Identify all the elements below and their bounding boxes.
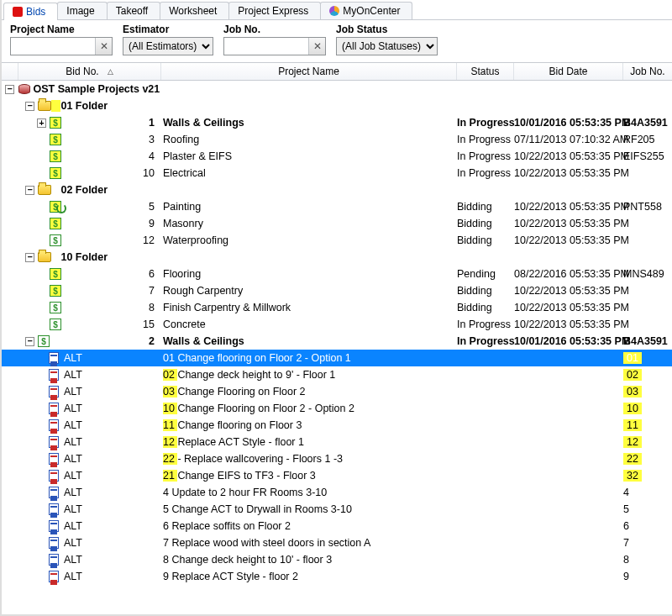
alt-row[interactable]: ALT 02 Change deck height to 9' - Floor … bbox=[2, 366, 672, 383]
folder-icon bbox=[38, 101, 51, 111]
tab-project-express[interactable]: Project Express bbox=[228, 2, 321, 19]
project-name-clear-button[interactable]: ✕ bbox=[95, 38, 112, 55]
expand-icon[interactable]: + bbox=[37, 118, 46, 128]
column-header-status[interactable]: Status bbox=[457, 63, 514, 80]
alt-doc-icon bbox=[49, 503, 59, 515]
alt-jobno: 10 bbox=[623, 403, 672, 414]
bid-no: 4 bbox=[129, 150, 161, 162]
alt-label: ALT bbox=[64, 403, 82, 414]
collapse-icon[interactable]: − bbox=[25, 337, 34, 346]
bid-status: In Progress bbox=[457, 150, 514, 162]
collapse-icon[interactable]: − bbox=[5, 85, 14, 94]
bid-row[interactable]: $ 10 Electrical In Progress 10/22/2013 0… bbox=[2, 165, 672, 182]
alt-name: 02 Change deck height to 9' - Floor 1 bbox=[161, 369, 457, 381]
alt-row[interactable]: ALT 4 Update to 2 hour FR Rooms 3-10 4 bbox=[2, 484, 672, 501]
alt-jobno: 5 bbox=[623, 503, 672, 515]
bid-no: 2 bbox=[129, 335, 161, 347]
estimator-select[interactable]: (All Estimators) bbox=[123, 37, 213, 55]
alt-doc-icon bbox=[49, 571, 59, 582]
alt-doc-icon bbox=[49, 554, 59, 566]
tab-worksheet[interactable]: Worksheet bbox=[160, 2, 229, 19]
bid-row[interactable]: $ 12 Waterproofing Bidding 10/22/2013 05… bbox=[2, 232, 672, 249]
alt-row[interactable]: ALT 21 Change EIFS to TF3 - Floor 3 32 bbox=[2, 467, 672, 484]
alt-row[interactable]: ALT 9 Replace ACT Style - floor 2 9 bbox=[2, 568, 672, 585]
folder-row[interactable]: − 02 Folder bbox=[2, 182, 672, 198]
alt-label: ALT bbox=[64, 352, 82, 364]
job-no-clear-button[interactable]: ✕ bbox=[308, 38, 325, 55]
collapse-icon[interactable]: − bbox=[25, 186, 34, 195]
bid-row[interactable]: $ 7 Rough Carpentry Bidding 10/22/2013 0… bbox=[2, 282, 672, 299]
alt-jobno: 12 bbox=[623, 436, 672, 448]
bid-row[interactable]: + $ 1 Walls & Ceilings In Progress 10/01… bbox=[2, 114, 672, 131]
folder-row[interactable]: − 01 Folder bbox=[2, 97, 672, 114]
bid-icon: $ bbox=[50, 150, 61, 162]
column-header-bid-date[interactable]: Bid Date bbox=[514, 63, 623, 80]
bid-name: Flooring bbox=[161, 268, 457, 280]
alt-label: ALT bbox=[64, 554, 82, 566]
alt-row[interactable]: ALT 8 Change deck height to 10' - floor … bbox=[2, 551, 672, 568]
column-header-jobno[interactable]: Job No. bbox=[623, 63, 672, 80]
oncenter-icon bbox=[329, 6, 339, 16]
bid-row[interactable]: $ 15 Concrete In Progress 10/22/2013 05:… bbox=[2, 316, 672, 333]
bid-name: Rough Carpentry bbox=[161, 285, 457, 297]
tab-myoncenter[interactable]: MyOnCenter bbox=[320, 2, 412, 19]
alt-doc-icon bbox=[49, 386, 59, 398]
bid-status: In Progress bbox=[457, 134, 514, 145]
alt-row[interactable]: ALT 11 Change flooring on Floor 3 11 bbox=[2, 417, 672, 434]
bid-name: Waterproofing bbox=[161, 234, 457, 246]
bid-no: 8 bbox=[129, 302, 161, 313]
bid-row[interactable]: $ 6 Flooring Pending 08/22/2016 05:53:35… bbox=[2, 266, 672, 282]
bid-row[interactable]: $ 4 Plaster & EIFS In Progress 10/22/201… bbox=[2, 148, 672, 165]
grid-header: Bid No. △ Project Name Status Bid Date J… bbox=[2, 62, 672, 81]
bid-row[interactable]: $ 5 Painting Bidding 10/22/2013 05:53:35… bbox=[2, 198, 672, 215]
root-row[interactable]: − OST Sample Projects v21 bbox=[2, 81, 672, 97]
tab-takeoff[interactable]: Takeoff bbox=[107, 2, 160, 19]
bid-row[interactable]: $ 3 Roofing In Progress 07/11/2013 07:10… bbox=[2, 131, 672, 148]
bid-name: Walls & Ceilings bbox=[161, 335, 457, 347]
project-row[interactable]: − $ 2 Walls & Ceilings In Progress 10/01… bbox=[2, 333, 672, 350]
bid-row[interactable]: $ 8 Finish Carpentry & Millwork Bidding … bbox=[2, 299, 672, 316]
folder-row[interactable]: − 10 Folder bbox=[2, 249, 672, 266]
bid-jobno: B4A3591 bbox=[623, 117, 672, 129]
alt-doc-icon bbox=[49, 403, 59, 414]
collapse-icon[interactable]: − bbox=[25, 102, 34, 111]
project-name-label: Project Name bbox=[10, 24, 113, 35]
alt-row[interactable]: ALT 12 Replace ACT Style - floor 1 12 bbox=[2, 434, 672, 450]
bid-status: In Progress bbox=[457, 117, 514, 129]
alt-label: ALT bbox=[64, 386, 82, 398]
alt-jobno: 02 bbox=[623, 369, 672, 381]
alt-label: ALT bbox=[64, 453, 82, 465]
alt-doc-icon bbox=[49, 436, 59, 448]
alt-row[interactable]: ALT 03 Change Flooring on Floor 2 03 bbox=[2, 383, 672, 400]
alt-row[interactable]: ALT 22 - Replace wallcovering - Floors 1… bbox=[2, 450, 672, 467]
alt-row[interactable]: ALT 10 Change Flooring on Floor 2 - Opti… bbox=[2, 400, 672, 417]
alt-jobno: 11 bbox=[623, 419, 672, 431]
bid-date: 10/22/2013 05:53:35 PM bbox=[514, 201, 623, 213]
column-header-project-name[interactable]: Project Name bbox=[161, 63, 457, 80]
collapse-icon[interactable]: − bbox=[25, 253, 34, 262]
bid-jobno: RF205 bbox=[623, 134, 672, 145]
alt-row[interactable]: ALT 01 Change flooring on Floor 2 - Opti… bbox=[2, 350, 672, 366]
tab-image[interactable]: Image bbox=[57, 2, 107, 19]
alt-doc-icon bbox=[49, 369, 59, 381]
bid-date: 08/22/2016 05:53:35 PM bbox=[514, 268, 623, 280]
job-no-input[interactable] bbox=[224, 38, 308, 55]
alt-name: 22 - Replace wallcovering - Floors 1 -3 bbox=[161, 453, 457, 465]
alt-doc-icon bbox=[49, 419, 59, 431]
alt-name: 01 Change flooring on Floor 2 - Option 1 bbox=[161, 352, 457, 364]
bid-date: 10/22/2013 05:53:35 PM bbox=[514, 218, 623, 229]
bid-jobno: MNS489 bbox=[623, 268, 672, 280]
alt-row[interactable]: ALT 5 Change ACT to Drywall in Rooms 3-1… bbox=[2, 501, 672, 518]
project-name-input[interactable] bbox=[11, 38, 95, 55]
column-header-bidno[interactable]: Bid No. △ bbox=[18, 63, 161, 80]
tab-bids[interactable]: Bids bbox=[3, 3, 58, 20]
alt-row[interactable]: ALT 6 Replace soffits on Floor 2 6 bbox=[2, 518, 672, 534]
alt-row[interactable]: ALT 7 Replace wood with steel doors in s… bbox=[2, 534, 672, 551]
bid-jobno: B4A3591 bbox=[623, 335, 672, 347]
column-header-icon[interactable] bbox=[2, 63, 18, 80]
bid-row[interactable]: $ 9 Masonry Bidding 10/22/2013 05:53:35 … bbox=[2, 215, 672, 232]
job-status-select[interactable]: (All Job Statuses) bbox=[336, 37, 438, 55]
alt-doc-icon bbox=[49, 352, 59, 364]
bid-icon: $ bbox=[50, 117, 61, 129]
sort-asc-icon: △ bbox=[108, 67, 113, 76]
